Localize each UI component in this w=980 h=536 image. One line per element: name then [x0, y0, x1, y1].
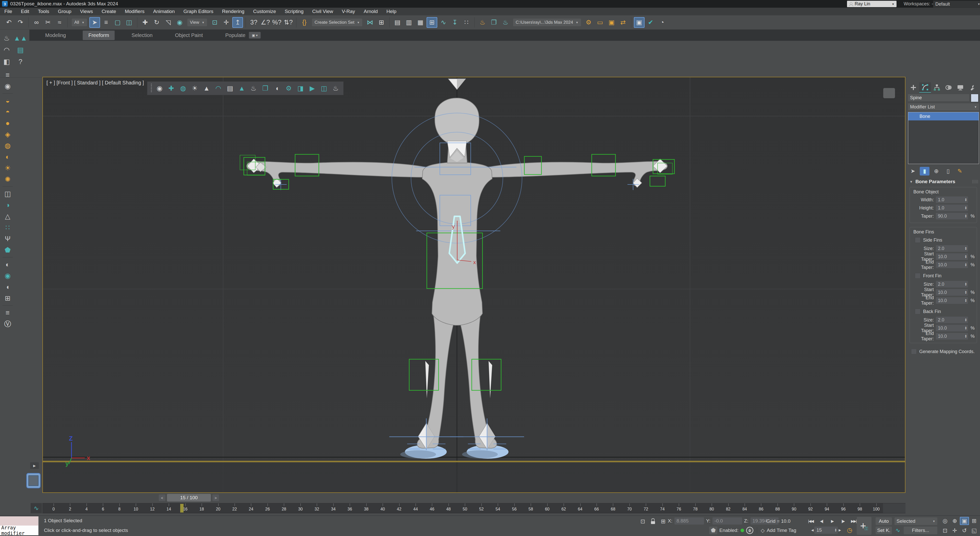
spinner-arrows-icon[interactable]: ▲▼ [835, 528, 837, 532]
align-icon[interactable]: ⊞ [376, 17, 387, 28]
menu-item[interactable]: Help [382, 8, 401, 15]
spinner-arrows-icon[interactable]: ▲▼ [965, 198, 967, 201]
modify-tab[interactable] [919, 82, 931, 93]
spinner-arrows-icon[interactable]: ▲▼ [965, 290, 967, 294]
sphere-light-icon[interactable]: ● [2, 117, 13, 129]
key-filter-dropdown[interactable]: Selected ▼ [894, 517, 937, 525]
override-material-icon[interactable]: ◉ [2, 270, 13, 281]
create-tab[interactable] [907, 82, 919, 93]
play-button[interactable]: ▶ [827, 517, 837, 525]
save-reminder-icon[interactable]: ▣ [634, 17, 644, 28]
front-fin-checkbox[interactable] [915, 273, 921, 279]
pin-stack-icon[interactable]: ➤ [908, 167, 918, 176]
height-spinner[interactable]: 1.0▲▼ [936, 205, 968, 211]
filters-button[interactable]: Filters... [904, 526, 937, 534]
menu-item[interactable]: Modifiers [121, 8, 149, 15]
viewport-label[interactable]: [ + ] [Front ] [ Standard ] [ Default Sh… [46, 80, 151, 86]
menu-item[interactable]: Civil View [308, 8, 337, 15]
light-lister-icon[interactable]: ≡ [2, 307, 13, 319]
spinner-arrows-icon[interactable]: ▲▼ [965, 299, 967, 302]
layer-list-icon[interactable]: ≡ [2, 70, 13, 81]
y-coordinate-field[interactable]: -0.0 [713, 517, 742, 525]
motion-tab[interactable] [943, 82, 955, 93]
help-icon[interactable]: ? [15, 56, 26, 67]
spinner-arrows-icon[interactable]: ▲▼ [965, 214, 967, 218]
select-and-rotate-icon[interactable]: ↻ [151, 17, 162, 28]
menu-item[interactable]: Scripting [280, 8, 308, 15]
viewport-layout-tab-button[interactable] [26, 473, 41, 488]
ies-light-icon[interactable]: ✺ [2, 174, 13, 185]
select-and-place-icon[interactable]: ◉ [174, 17, 185, 28]
utilities-tab[interactable] [966, 82, 978, 93]
side-fins-checkbox[interactable] [915, 237, 921, 243]
vray-camera-icon[interactable]: ◉ [2, 81, 13, 92]
photo-stack-icon[interactable]: ❐ [259, 83, 271, 94]
tree-icon[interactable]: ▲ [201, 83, 212, 94]
time-configuration-icon[interactable]: ◷ [847, 526, 852, 534]
fire-icon[interactable]: ♨ [248, 83, 259, 94]
scene-canvas[interactable]: y x Z y x [43, 77, 905, 492]
vray-teapot-icon[interactable]: ♨ [1, 33, 12, 44]
rollout-header[interactable]: ▼ Bone Parameters [908, 178, 978, 187]
geo-light-icon[interactable]: ◈ [2, 129, 13, 140]
spinner-arrows-icon[interactable]: ▲▼ [965, 282, 967, 286]
modifier-list-dropdown[interactable]: Modifier List ▼ [908, 103, 979, 111]
tab-freeform[interactable]: Freeform [83, 31, 115, 40]
menu-item[interactable]: Group [54, 8, 76, 15]
make-unique-icon[interactable]: ⊕ [932, 167, 941, 176]
front-fin-start-spinner[interactable]: 10.0▲▼ [936, 289, 968, 296]
pan-hand-icon[interactable]: ✛ [950, 526, 959, 535]
tab-selection[interactable]: Selection [126, 31, 158, 40]
menu-item[interactable]: Arnold [360, 8, 382, 15]
toggle-container-explorer-icon[interactable]: ⊞ [426, 17, 437, 28]
front-fin-end-spinner[interactable]: 10.0▲▼ [936, 297, 968, 304]
walkthrough-teapot-icon[interactable]: ♨ [330, 83, 341, 94]
menu-item[interactable]: Animation [149, 8, 179, 15]
key-filters-icon[interactable]: ∿ [894, 526, 902, 534]
forest-lister-icon[interactable]: ▤ [224, 83, 235, 94]
orbit-icon[interactable]: ↺ [960, 526, 969, 535]
track-bar[interactable]: 0246810121416182022242628303234363840424… [42, 503, 905, 513]
enabled-count-badge[interactable]: 0 [746, 527, 753, 534]
viewcube[interactable] [883, 88, 895, 98]
zoom-all-icon[interactable]: ⊕ [950, 517, 959, 525]
notes-icon[interactable]: ▤ [15, 44, 26, 56]
set-key-mode-button[interactable]: Set K. [876, 526, 892, 534]
proxy-box-icon[interactable]: ◫ [2, 188, 13, 200]
layered-material-icon[interactable]: ⊞ [2, 293, 13, 304]
front-fin-size-spinner[interactable]: 2.0▲▼ [936, 281, 968, 287]
side-fin-size-spinner[interactable]: 2.0▲▼ [936, 245, 968, 252]
generate-mapping-coords-checkbox[interactable] [911, 349, 917, 354]
toggle-scene-explorer-icon[interactable]: ▤ [392, 17, 403, 28]
select-and-link-icon[interactable]: ∞ [31, 17, 42, 28]
named-selection-sets-dropdown[interactable]: Create Selection Set▼ [312, 19, 362, 26]
project-folder-dropdown[interactable]: C:\Users\ray\...\3ds Max 2024▼ [513, 19, 581, 26]
phoenix-swirl-icon[interactable]: ◠ [1, 44, 12, 56]
curve-editor-icon[interactable]: ∿ [438, 17, 449, 28]
create-camera-icon[interactable]: ◉ [154, 83, 165, 94]
forest-trees-icon[interactable]: ▲▲ [15, 33, 26, 44]
select-object-icon[interactable]: ➤ [89, 17, 100, 28]
snaps-toggle-icon[interactable]: 3? [248, 17, 259, 28]
auto-key-button[interactable]: Auto [876, 517, 892, 525]
material-sphere-icon[interactable]: ◐ [2, 259, 13, 270]
palette-icon[interactable]: ◖ [271, 83, 283, 94]
undo-icon[interactable]: ↶ [3, 17, 14, 28]
modifier-stack[interactable]: Bone [908, 112, 979, 164]
external-references-icon[interactable]: ▣ [606, 17, 617, 28]
add-time-tag-button[interactable]: Add Time Tag [767, 528, 796, 533]
use-pivot-center-icon[interactable]: ⊡ [209, 17, 220, 28]
bulb-gear-icon[interactable]: ⚙ [283, 83, 294, 94]
taper-spinner[interactable]: 90.0▲▼ [936, 213, 968, 219]
selection-lock-icon[interactable] [648, 517, 658, 525]
previous-frame-button[interactable]: ◀| [816, 517, 827, 525]
spinner-arrows-icon[interactable]: ▲▼ [965, 318, 967, 322]
performance-gauge-icon[interactable]: ◔ [657, 17, 668, 28]
menu-item[interactable]: Create [97, 8, 121, 15]
spinner-arrows-icon[interactable]: ▲▼ [965, 263, 967, 266]
back-fin-size-spinner[interactable]: 2.0▲▼ [936, 317, 968, 323]
spinner-arrows-icon[interactable]: ▲▼ [965, 326, 967, 330]
hierarchy-tab[interactable] [931, 82, 943, 93]
vray-menu-icon[interactable]: Ⓥ [2, 319, 13, 330]
next-frame-button[interactable]: |▶ [838, 517, 848, 525]
